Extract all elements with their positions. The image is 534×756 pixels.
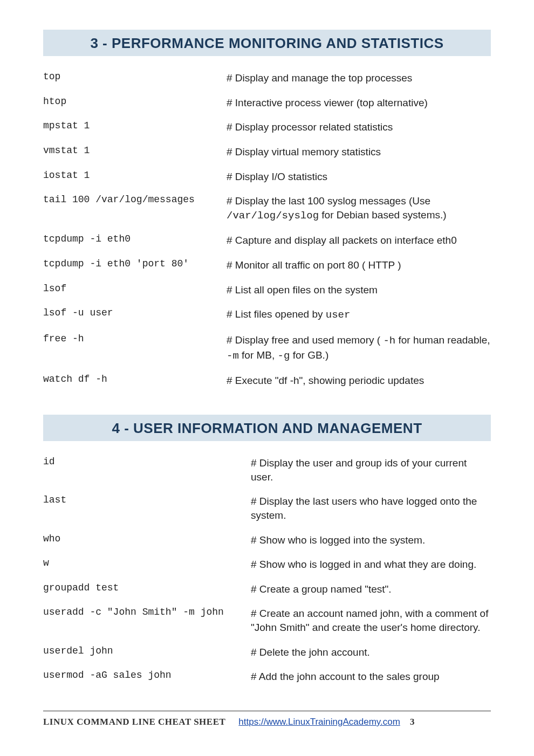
command-row: lsof -u user# List files opened by user xyxy=(43,307,491,322)
command-description: # Execute "df -h", showing periodic upda… xyxy=(227,374,491,388)
command-text: usermod -aG sales john xyxy=(43,670,251,681)
command-text: top xyxy=(43,71,227,82)
command-text: groupadd test xyxy=(43,582,251,593)
command-row: tail 100 /var/log/messages# Display the … xyxy=(43,194,491,223)
command-text: id xyxy=(43,456,251,467)
sections-container: 3 - PERFORMANCE MONITORING AND STATISTIC… xyxy=(43,30,491,684)
command-text: lsof xyxy=(43,283,227,294)
section-title: 4 - USER INFORMATION AND MANAGEMENT xyxy=(43,420,491,437)
footer-title: LINUX COMMAND LINE CHEAT SHEET xyxy=(43,717,225,727)
command-row: usermod -aG sales john# Add the john acc… xyxy=(43,670,491,684)
command-text: mpstat 1 xyxy=(43,120,227,131)
command-description: # Create a group named "test". xyxy=(251,582,491,596)
command-row: lsof# List all open files on the system xyxy=(43,283,491,297)
command-description: # Display the user and group ids of your… xyxy=(251,456,491,484)
command-row: who# Show who is logged into the system. xyxy=(43,533,491,547)
command-description: # Delete the john account. xyxy=(251,645,491,659)
command-description: # Create an account named john, with a c… xyxy=(251,607,491,634)
command-row: groupadd test# Create a group named "tes… xyxy=(43,582,491,596)
command-description: # Add the john account to the sales grou… xyxy=(251,670,491,684)
command-row: id# Display the user and group ids of yo… xyxy=(43,456,491,484)
command-description: # List files opened by user xyxy=(227,307,491,322)
command-description: # Display and manage the top processes xyxy=(227,71,491,85)
command-text: lsof -u user xyxy=(43,307,227,318)
command-description: # Interactive process viewer (top altern… xyxy=(227,96,491,110)
command-text: tcpdump -i eth0 'port 80' xyxy=(43,258,227,269)
command-row: useradd -c "John Smith" -m john# Create … xyxy=(43,607,491,634)
command-description: # Display processor related statistics xyxy=(227,120,491,134)
command-row: free -h# Display free and used memory ( … xyxy=(43,333,491,363)
command-list: top# Display and manage the top processe… xyxy=(43,71,491,388)
command-text: iostat 1 xyxy=(43,170,227,181)
command-text: tcpdump -i eth0 xyxy=(43,233,227,244)
command-text: free -h xyxy=(43,333,227,344)
command-row: last# Display the last users who have lo… xyxy=(43,494,491,522)
command-text: last xyxy=(43,494,251,505)
footer-page-number: 3 xyxy=(410,717,415,727)
section-header: 4 - USER INFORMATION AND MANAGEMENT xyxy=(43,415,491,441)
command-row: top# Display and manage the top processe… xyxy=(43,71,491,85)
command-description: # Display free and used memory ( -h for … xyxy=(227,333,491,363)
command-row: watch df -h# Execute "df -h", showing pe… xyxy=(43,374,491,388)
footer: LINUX COMMAND LINE CHEAT SHEET https://w… xyxy=(43,717,491,738)
command-row: iostat 1# Display I/O statistics xyxy=(43,170,491,184)
command-row: tcpdump -i eth0# Capture and display all… xyxy=(43,233,491,248)
command-description: # Capture and display all packets on int… xyxy=(227,233,491,248)
command-description: # Show who is logged into the system. xyxy=(251,533,491,547)
command-description: # Display I/O statistics xyxy=(227,170,491,184)
command-description: # Show who is logged in and what they ar… xyxy=(251,558,491,572)
command-row: mpstat 1# Display processor related stat… xyxy=(43,120,491,134)
command-list: id# Display the user and group ids of yo… xyxy=(43,456,491,684)
command-text: who xyxy=(43,533,251,544)
command-text: userdel john xyxy=(43,645,251,656)
command-row: vmstat 1# Display virtual memory statist… xyxy=(43,145,491,159)
command-text: useradd -c "John Smith" -m john xyxy=(43,607,251,617)
command-row: w# Show who is logged in and what they a… xyxy=(43,558,491,572)
command-description: # Display the last users who have logged… xyxy=(251,494,491,522)
command-row: userdel john# Delete the john account. xyxy=(43,645,491,659)
command-row: tcpdump -i eth0 'port 80'# Monitor all t… xyxy=(43,258,491,272)
command-text: htop xyxy=(43,96,227,107)
command-text: watch df -h xyxy=(43,374,227,384)
command-row: htop# Interactive process viewer (top al… xyxy=(43,96,491,110)
command-description: # Monitor all traffic on port 80 ( HTTP … xyxy=(227,258,491,272)
section-header: 3 - PERFORMANCE MONITORING AND STATISTIC… xyxy=(43,30,491,56)
command-text: tail 100 /var/log/messages xyxy=(43,194,227,205)
footer-rule xyxy=(43,711,491,711)
command-text: vmstat 1 xyxy=(43,145,227,156)
command-description: # Display virtual memory statistics xyxy=(227,145,491,159)
command-description: # List all open files on the system xyxy=(227,283,491,297)
command-description: # Display the last 100 syslog messages (… xyxy=(227,194,491,223)
command-text: w xyxy=(43,558,251,568)
section-title: 3 - PERFORMANCE MONITORING AND STATISTIC… xyxy=(43,35,491,52)
page: 3 - PERFORMANCE MONITORING AND STATISTIC… xyxy=(0,0,534,754)
footer-link[interactable]: https://www.LinuxTrainingAcademy.com xyxy=(238,717,400,727)
